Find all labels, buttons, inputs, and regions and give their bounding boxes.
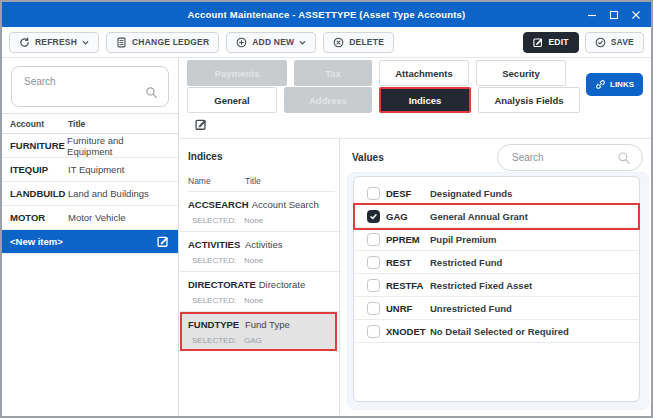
value-code: DESF <box>386 188 430 199</box>
account-title: Motor Vehicle <box>68 212 126 223</box>
minimize-button[interactable] <box>581 2 603 27</box>
selected-label: SELECTED: <box>192 336 244 345</box>
row-edit-pencil-icon[interactable] <box>157 235 170 250</box>
toolbar-right-group: EDIT SAVE <box>523 32 645 53</box>
value-code: RESTFA <box>386 280 430 291</box>
index-row-accsearch[interactable]: ACCSEARCHAccount Search SELECTED:None <box>180 192 339 232</box>
value-code: XNODET <box>386 326 430 337</box>
values-list: DESF Designated Funds GAG General Annual… <box>353 176 640 402</box>
add-new-button[interactable]: ADD NEW <box>226 32 316 53</box>
index-title: Activities <box>245 239 282 251</box>
value-code: REST <box>386 257 430 268</box>
index-row-fundtype[interactable]: FUNDTYPEFund Type SELECTED:GAG <box>180 312 337 351</box>
selected-label: SELECTED: <box>192 216 244 225</box>
account-row-landbuild[interactable]: LANDBUILD Land and Buildings <box>2 182 178 206</box>
index-name: ACCSEARCH <box>188 199 252 211</box>
value-title: No Detail Selected or Required <box>430 326 569 337</box>
tab-general[interactable]: General <box>187 87 277 113</box>
maximize-icon <box>609 10 619 20</box>
value-title: General Annual Grant <box>430 211 528 222</box>
account-row-furniture[interactable]: FURNITURE Furniture and Equipment <box>2 134 178 158</box>
maximize-button[interactable] <box>603 2 625 27</box>
ledger-icon <box>116 37 127 48</box>
checkbox-restfa[interactable] <box>367 279 380 292</box>
window-controls <box>581 2 647 27</box>
links-button[interactable]: LINKS <box>586 73 643 96</box>
account-row-new-item[interactable]: <New item> <box>2 230 178 254</box>
value-row-pprem[interactable]: PPREM Pupil Premium <box>355 228 638 251</box>
value-row-xnodet[interactable]: XNODET No Detail Selected or Required <box>355 320 638 343</box>
checkbox-xnodet[interactable] <box>367 325 380 338</box>
account-maintenance-window: Account Maintenance - ASSETTYPE (Asset T… <box>0 0 653 418</box>
indices-column-name: Name <box>188 176 245 186</box>
index-row-activities[interactable]: ACTIVITIESActivities SELECTED:None <box>180 232 339 272</box>
refresh-label: REFRESH <box>35 37 77 47</box>
tab-analysis-fields[interactable]: Analysis Fields <box>478 87 580 113</box>
refresh-button[interactable]: REFRESH <box>9 32 99 53</box>
checkbox-pprem[interactable] <box>367 233 380 246</box>
account-code: <New item> <box>10 236 63 247</box>
indices-panel: Indices Name Title ACCSEARCHAccount Sear… <box>180 139 340 415</box>
account-row-itequip[interactable]: ITEQUIP IT Equipment <box>2 158 178 182</box>
selected-label: SELECTED: <box>192 256 244 265</box>
minimize-icon <box>587 10 597 20</box>
toolbar: REFRESH CHANGE LEDGER ADD NEW DELETE EDI… <box>2 27 651 58</box>
content-edit-pencil-icon[interactable] <box>195 118 208 134</box>
selected-value: None <box>244 296 263 305</box>
search-icon <box>145 86 158 99</box>
checkbox-unrf[interactable] <box>367 302 380 315</box>
tab-address: Address <box>284 87 372 113</box>
value-title: Restricted Fund <box>430 257 502 268</box>
value-title: Restricted Fixed Asset <box>430 280 532 291</box>
selected-value: GAG <box>244 336 262 345</box>
selected-value: None <box>244 256 263 265</box>
refresh-icon <box>19 37 30 48</box>
value-row-gag[interactable]: GAG General Annual Grant <box>355 205 638 228</box>
checkbox-rest[interactable] <box>367 256 380 269</box>
values-heading: Values <box>352 152 384 163</box>
values-panel: Values DESF Designated Funds <box>341 139 651 415</box>
tab-indices[interactable]: Indices <box>379 87 471 113</box>
account-code: MOTOR <box>10 212 68 223</box>
checkbox-desf[interactable] <box>367 187 380 200</box>
window-title: Account Maintenance - ASSETTYPE (Asset T… <box>188 9 466 20</box>
index-name: ACTIVITIES <box>188 239 245 251</box>
edit-pencil-icon <box>533 37 544 48</box>
edit-button[interactable]: EDIT <box>523 32 579 53</box>
indices-table-header: Name Title <box>188 176 335 192</box>
value-row-rest[interactable]: REST Restricted Fund <box>355 251 638 274</box>
selected-label: SELECTED: <box>192 296 244 305</box>
edit-label: EDIT <box>549 37 569 47</box>
index-title: Fund Type <box>245 319 290 331</box>
close-icon <box>631 10 641 20</box>
chevron-down-icon <box>82 39 89 46</box>
accounts-table-header: Account Title <box>2 113 178 134</box>
selected-value: None <box>244 216 263 225</box>
value-title: Designated Funds <box>430 188 512 199</box>
account-title: Land and Buildings <box>68 188 149 199</box>
account-title: IT Equipment <box>68 164 124 175</box>
index-row-directorate[interactable]: DIRECTORATEDirectorate SELECTED:None <box>180 272 339 312</box>
value-title: Unrestricted Fund <box>430 303 512 314</box>
value-row-restfa[interactable]: RESTFA Restricted Fixed Asset <box>355 274 638 297</box>
save-button[interactable]: SAVE <box>585 32 644 53</box>
close-button[interactable] <box>625 2 647 27</box>
link-icon <box>595 79 606 90</box>
delete-button[interactable]: DELETE <box>323 32 394 53</box>
change-ledger-button[interactable]: CHANGE LEDGER <box>106 32 219 53</box>
tab-row-1: Payments Tax Attachments Security <box>187 60 580 86</box>
accounts-panel: Account Title FURNITURE Furniture and Eq… <box>2 58 179 416</box>
tab-attachments[interactable]: Attachments <box>379 60 469 86</box>
accounts-column-title: Title <box>68 119 85 129</box>
value-row-desf[interactable]: DESF Designated Funds <box>355 182 638 205</box>
account-row-motor[interactable]: MOTOR Motor Vehicle <box>2 206 178 230</box>
accounts-column-account: Account <box>10 119 68 129</box>
value-title: Pupil Premium <box>430 234 497 245</box>
value-row-unrf[interactable]: UNRF Unrestricted Fund <box>355 297 638 320</box>
search-icon <box>617 151 631 165</box>
checkbox-gag[interactable] <box>367 210 380 223</box>
indices-heading: Indices <box>188 151 339 162</box>
links-label: LINKS <box>610 80 634 89</box>
tab-security[interactable]: Security <box>476 60 566 86</box>
plus-circle-icon <box>236 37 247 48</box>
